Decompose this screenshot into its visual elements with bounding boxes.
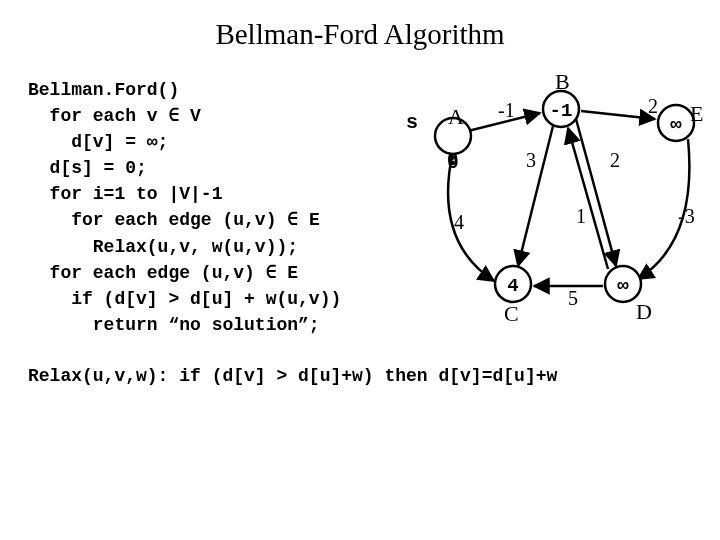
node-a <box>435 118 471 154</box>
edge-db <box>568 128 608 269</box>
node-d-value: ∞ <box>617 275 629 297</box>
node-b-value: -1 <box>550 100 573 122</box>
edge-ed <box>638 139 689 279</box>
node-c-value: 4 <box>507 275 518 297</box>
code-line: return “no solution”; <box>28 315 320 335</box>
code-line: if (d[v] > d[u] + w(u,v)) <box>28 289 341 309</box>
node-a-value: 0 <box>447 152 458 174</box>
edge-be <box>581 111 655 119</box>
edge-ab <box>468 113 540 131</box>
code-line: Relax(u,v, w(u,v)); <box>28 237 298 257</box>
edge-bd <box>576 119 616 266</box>
code-line: d[s] = 0; <box>28 158 147 178</box>
content-area: Bellman.Ford() for each v ∈ V d[v] = ∞; … <box>0 77 720 386</box>
relax-definition: Relax(u,v,w): if (d[v] > d[u]+w) then d[… <box>28 366 720 386</box>
code-line: for i=1 to |V|-1 <box>28 184 222 204</box>
edge-bc <box>518 126 553 266</box>
code-line: Bellman.Ford() <box>28 80 179 100</box>
page-title: Bellman-Ford Algorithm <box>0 0 720 51</box>
code-line: for each edge (u,v) ∈ E <box>28 263 298 283</box>
code-line: for each v ∈ V <box>28 106 201 126</box>
node-e-value: ∞ <box>670 114 682 136</box>
code-line: for each edge (u,v) ∈ E <box>28 210 320 230</box>
code-line: d[v] = ∞; <box>28 132 168 152</box>
graph-diagram: 0 -1 ∞ 4 ∞ s A B E C D 0 -1 4 3 2 <box>398 71 708 331</box>
